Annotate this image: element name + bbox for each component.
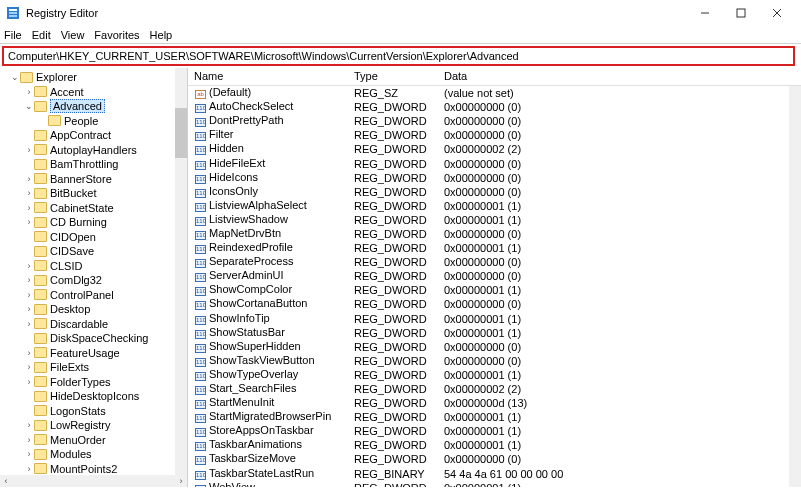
tree-item[interactable]: Accent bbox=[0, 85, 187, 100]
chevron-right-icon[interactable] bbox=[24, 290, 34, 300]
list-item[interactable]: 110HiddenREG_DWORD0x00000002 (2) bbox=[188, 142, 801, 156]
chevron-right-icon[interactable] bbox=[24, 449, 34, 459]
tree-item[interactable]: BitBucket bbox=[0, 186, 187, 201]
chevron-right-icon[interactable] bbox=[24, 217, 34, 227]
tree-item[interactable]: Modules bbox=[0, 447, 187, 462]
list-item[interactable]: 110SeparateProcessREG_DWORD0x00000000 (0… bbox=[188, 255, 801, 269]
close-button[interactable] bbox=[759, 1, 795, 25]
list-item[interactable]: 110ShowTaskViewButtonREG_DWORD0x00000000… bbox=[188, 354, 801, 368]
list-item[interactable]: 110HideIconsREG_DWORD0x00000000 (0) bbox=[188, 171, 801, 185]
list-item[interactable]: 110TaskbarAnimationsREG_DWORD0x00000001 … bbox=[188, 438, 801, 452]
tree-item[interactable]: MountPoints2 bbox=[0, 462, 187, 477]
registry-tree[interactable]: ExplorerAccentAdvancedPeopleAppContractA… bbox=[0, 68, 187, 487]
scroll-left-icon[interactable]: ‹ bbox=[0, 475, 12, 487]
list-item[interactable]: 110Start_SearchFilesREG_DWORD0x00000002 … bbox=[188, 382, 801, 396]
tree-scrollbar-vertical[interactable] bbox=[175, 68, 187, 475]
list-item[interactable]: 110ListviewShadowREG_DWORD0x00000001 (1) bbox=[188, 213, 801, 227]
chevron-right-icon[interactable] bbox=[24, 362, 34, 372]
chevron-right-icon[interactable] bbox=[24, 188, 34, 198]
tree-item[interactable]: BannerStore bbox=[0, 172, 187, 187]
list-item[interactable]: 110DontPrettyPathREG_DWORD0x00000000 (0) bbox=[188, 114, 801, 128]
list-item[interactable]: 110ShowStatusBarREG_DWORD0x00000001 (1) bbox=[188, 326, 801, 340]
list-item[interactable]: 110ShowCortanaButtonREG_DWORD0x00000000 … bbox=[188, 297, 801, 311]
list-item[interactable]: 110TaskbarStateLastRunREG_BINARY54 4a 4a… bbox=[188, 467, 801, 481]
list-item[interactable]: 110IconsOnlyREG_DWORD0x00000000 (0) bbox=[188, 185, 801, 199]
list-item[interactable]: 110FilterREG_DWORD0x00000000 (0) bbox=[188, 128, 801, 142]
minimize-button[interactable] bbox=[687, 1, 723, 25]
tree-item[interactable]: LogonStats bbox=[0, 404, 187, 419]
menu-help[interactable]: Help bbox=[150, 29, 173, 41]
column-header-data[interactable]: Data bbox=[438, 68, 801, 85]
list-item[interactable]: 110StartMigratedBrowserPinREG_DWORD0x000… bbox=[188, 410, 801, 424]
value-data: 0x00000001 (1) bbox=[438, 411, 801, 423]
chevron-right-icon[interactable] bbox=[24, 319, 34, 329]
folder-icon bbox=[34, 130, 47, 141]
tree-item[interactable]: CabinetState bbox=[0, 201, 187, 216]
tree-item[interactable]: FolderTypes bbox=[0, 375, 187, 390]
tree-scrollbar-horizontal[interactable]: ‹ › bbox=[0, 475, 187, 487]
tree-item[interactable]: Discardable bbox=[0, 317, 187, 332]
chevron-right-icon[interactable] bbox=[24, 435, 34, 445]
tree-item[interactable]: CIDSave bbox=[0, 244, 187, 259]
tree-item[interactable]: ControlPanel bbox=[0, 288, 187, 303]
chevron-down-icon[interactable] bbox=[10, 72, 20, 82]
list-item[interactable]: 110ShowInfoTipREG_DWORD0x00000001 (1) bbox=[188, 312, 801, 326]
menu-favorites[interactable]: Favorites bbox=[94, 29, 139, 41]
reg-binary-icon: 110 bbox=[194, 413, 207, 424]
address-bar[interactable]: Computer\HKEY_CURRENT_USER\SOFTWARE\Micr… bbox=[2, 46, 795, 66]
chevron-right-icon[interactable] bbox=[24, 261, 34, 271]
column-header-type[interactable]: Type bbox=[348, 68, 438, 85]
chevron-right-icon[interactable] bbox=[24, 420, 34, 430]
chevron-right-icon[interactable] bbox=[24, 377, 34, 387]
chevron-right-icon[interactable] bbox=[24, 304, 34, 314]
chevron-right-icon[interactable] bbox=[24, 275, 34, 285]
tree-item[interactable]: People bbox=[0, 114, 187, 129]
tree-item[interactable]: FileExts bbox=[0, 360, 187, 375]
list-item[interactable]: ab(Default)REG_SZ(value not set) bbox=[188, 86, 801, 100]
list-item[interactable]: 110MapNetDrvBtnREG_DWORD0x00000000 (0) bbox=[188, 227, 801, 241]
chevron-right-icon[interactable] bbox=[24, 145, 34, 155]
chevron-right-icon[interactable] bbox=[24, 464, 34, 474]
menu-edit[interactable]: Edit bbox=[32, 29, 51, 41]
folder-icon bbox=[48, 115, 61, 126]
list-item[interactable]: 110AutoCheckSelectREG_DWORD0x00000000 (0… bbox=[188, 100, 801, 114]
list-item[interactable]: 110ShowSuperHiddenREG_DWORD0x00000000 (0… bbox=[188, 340, 801, 354]
list-item[interactable]: 110StoreAppsOnTaskbarREG_DWORD0x00000001… bbox=[188, 424, 801, 438]
list-item[interactable]: 110HideFileExtREG_DWORD0x00000000 (0) bbox=[188, 156, 801, 170]
list-item[interactable]: 110ReindexedProfileREG_DWORD0x00000001 (… bbox=[188, 241, 801, 255]
tree-item[interactable]: CLSID bbox=[0, 259, 187, 274]
tree-item[interactable]: AutoplayHandlers bbox=[0, 143, 187, 158]
chevron-right-icon[interactable] bbox=[24, 87, 34, 97]
list-item[interactable]: 110WebViewREG_DWORD0x00000001 (1) bbox=[188, 481, 801, 487]
list-item[interactable]: 110StartMenuInitREG_DWORD0x0000000d (13) bbox=[188, 396, 801, 410]
tree-item[interactable]: ComDlg32 bbox=[0, 273, 187, 288]
scroll-right-icon[interactable]: › bbox=[175, 475, 187, 487]
values-list[interactable]: ab(Default)REG_SZ(value not set)110AutoC… bbox=[188, 86, 801, 487]
list-item[interactable]: 110ShowCompColorREG_DWORD0x00000001 (1) bbox=[188, 283, 801, 297]
tree-item[interactable]: FeatureUsage bbox=[0, 346, 187, 361]
list-item[interactable]: 110ShowTypeOverlayREG_DWORD0x00000001 (1… bbox=[188, 368, 801, 382]
list-item[interactable]: 110ListviewAlphaSelectREG_DWORD0x0000000… bbox=[188, 199, 801, 213]
chevron-down-icon[interactable] bbox=[24, 101, 34, 111]
list-scrollbar-vertical[interactable] bbox=[789, 86, 801, 487]
tree-item[interactable]: Desktop bbox=[0, 302, 187, 317]
list-item[interactable]: 110TaskbarSizeMoveREG_DWORD0x00000000 (0… bbox=[188, 452, 801, 466]
tree-item[interactable]: CIDOpen bbox=[0, 230, 187, 245]
tree-item[interactable]: AppContract bbox=[0, 128, 187, 143]
tree-item[interactable]: LowRegistry bbox=[0, 418, 187, 433]
chevron-right-icon[interactable] bbox=[24, 348, 34, 358]
tree-item[interactable]: BamThrottling bbox=[0, 157, 187, 172]
column-header-name[interactable]: Name bbox=[188, 68, 348, 85]
tree-item[interactable]: Advanced bbox=[0, 99, 187, 114]
menu-file[interactable]: File bbox=[4, 29, 22, 41]
list-item[interactable]: 110ServerAdminUIREG_DWORD0x00000000 (0) bbox=[188, 269, 801, 283]
menu-view[interactable]: View bbox=[61, 29, 85, 41]
tree-item[interactable]: CD Burning bbox=[0, 215, 187, 230]
tree-item[interactable]: Explorer bbox=[0, 70, 187, 85]
tree-item[interactable]: DiskSpaceChecking bbox=[0, 331, 187, 346]
tree-item[interactable]: MenuOrder bbox=[0, 433, 187, 448]
tree-item[interactable]: HideDesktopIcons bbox=[0, 389, 187, 404]
chevron-right-icon[interactable] bbox=[24, 203, 34, 213]
chevron-right-icon[interactable] bbox=[24, 174, 34, 184]
maximize-button[interactable] bbox=[723, 1, 759, 25]
